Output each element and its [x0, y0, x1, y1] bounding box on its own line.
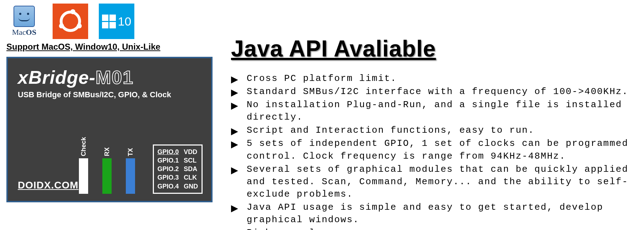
- pin-sig-4: GND: [184, 182, 198, 191]
- feature-list: Cross PC platform limit. Standard SMBus/…: [231, 72, 637, 230]
- feature-item: Java API usage is simple and easy to get…: [231, 201, 637, 226]
- feature-item: Standard SMBus/I2C interface with a freq…: [231, 86, 637, 98]
- left-column: MacOS 10 Support MacOS, Window10, Unix-L…: [6, 4, 213, 202]
- os-support-text: Support MacOS, Window10, Unix-Like: [6, 42, 213, 52]
- pin-gpio-0: GPIO.0: [157, 148, 179, 156]
- feature-item: Cross PC platform limit.: [231, 72, 637, 85]
- pin-sig-0: VDD: [184, 148, 197, 156]
- led-check: Check: [79, 137, 88, 194]
- pin-sig-1: SCL: [184, 156, 197, 165]
- pin-row-1: GPIO.1SCL: [157, 156, 198, 165]
- feature-item: 5 sets of independent GPIO, 1 set of clo…: [231, 137, 637, 162]
- pin-row-2: GPIO.2SDA: [157, 165, 198, 173]
- pin-gpio-2: GPIO.2: [157, 165, 179, 173]
- device-domain: DOIDX.COM: [18, 180, 79, 191]
- feature-item: Script and Interaction functions, easy t…: [231, 124, 637, 137]
- api-title: Java API Avaliable: [231, 35, 637, 62]
- macos-label: MacOS: [12, 28, 36, 37]
- macos-face-icon: [14, 6, 35, 27]
- led-check-label: Check: [80, 137, 87, 156]
- led-tx-label: TX: [127, 148, 134, 156]
- led-rx-label: RX: [103, 147, 111, 156]
- led-tx: TX: [126, 148, 135, 194]
- led-tx-bar: [126, 158, 135, 194]
- pin-table: GPIO.0VDD GPIO.1SCL GPIO.2SDA GPIO.3CLK …: [153, 144, 203, 194]
- right-column: Java API Avaliable Cross PC platform lim…: [231, 35, 637, 230]
- device-card: xBridge-M01 USB Bridge of SMBus/I2C, GPI…: [6, 57, 213, 202]
- macos-icon: MacOS: [6, 4, 42, 39]
- device-title-model: M01: [96, 67, 134, 88]
- led-row: Check RX TX: [79, 137, 135, 194]
- os-badge-row: MacOS 10: [6, 4, 213, 39]
- pin-gpio-3: GPIO.3: [157, 173, 179, 182]
- led-rx-bar: [102, 158, 112, 194]
- ubuntu-icon: [53, 4, 88, 39]
- led-check-bar: [79, 158, 88, 194]
- led-rx: RX: [102, 147, 112, 194]
- pin-row-3: GPIO.3CLK: [157, 173, 198, 182]
- pin-sig-2: SDA: [184, 165, 197, 173]
- pin-row-0: GPIO.0VDD: [157, 148, 198, 156]
- pin-gpio-1: GPIO.1: [157, 156, 179, 165]
- device-subtitle: USB Bridge of SMBus/I2C, GPIO, & Clock: [18, 90, 201, 99]
- windows-version-label: 10: [118, 15, 132, 28]
- pin-gpio-4: GPIO.4: [157, 182, 179, 191]
- device-title-prefix: xBridge-: [18, 67, 96, 88]
- feature-item: No installation Plug-and-Run, and a sing…: [231, 99, 637, 124]
- pin-sig-3: CLK: [184, 173, 197, 182]
- windows10-icon: 10: [99, 4, 134, 39]
- pin-row-4: GPIO.4GND: [157, 182, 198, 191]
- feature-item: Rich examples.: [231, 227, 637, 230]
- feature-item: Several sets of graphical modules that c…: [231, 163, 637, 201]
- device-title: xBridge-M01: [18, 67, 201, 88]
